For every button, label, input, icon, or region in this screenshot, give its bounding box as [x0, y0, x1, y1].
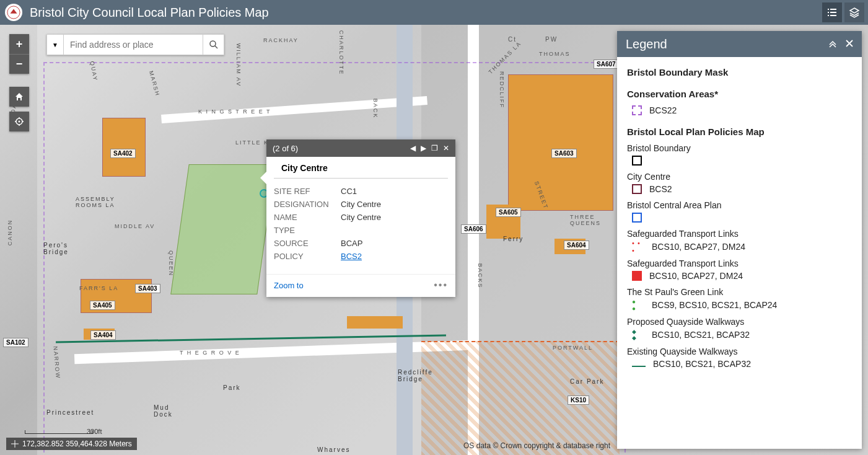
scale-label: 300ft: [87, 428, 102, 435]
legend-symbol: [632, 213, 642, 223]
legend-item-label: Proposed Quayside Walkways: [627, 317, 852, 327]
policy-link[interactable]: BCS2: [341, 252, 362, 261]
home-extent-button[interactable]: [9, 87, 29, 107]
site-label[interactable]: SA102: [3, 338, 28, 347]
popup-actions-button[interactable]: •••: [434, 280, 448, 291]
site-label[interactable]: SA405: [90, 301, 115, 310]
legend-group-title: Bristol Local Plan Policies Map: [627, 126, 852, 137]
popup-maximize-button[interactable]: ❐: [431, 144, 438, 152]
place-label: Car Park: [570, 378, 604, 385]
field-value: City Centre: [341, 213, 448, 222]
popup-title: City Centre: [274, 157, 448, 179]
legend-symbol: [632, 241, 644, 252]
bristol-logo: [5, 4, 22, 21]
legend-symbol: [632, 271, 642, 281]
field-key: SITE REF: [274, 187, 341, 196]
zoom-in-button[interactable]: +: [9, 34, 29, 54]
place-label: Ferry: [503, 236, 524, 242]
field-value: [341, 226, 448, 235]
locate-icon: [14, 117, 24, 126]
legend-title: Legend: [626, 37, 667, 51]
search-submit-button[interactable]: [203, 34, 224, 55]
street-name: QUEEN: [168, 250, 174, 276]
site-label[interactable]: SA607: [594, 60, 619, 69]
legend-toggle-button[interactable]: [822, 2, 842, 22]
place-label: Ct: [508, 36, 517, 43]
app-header: Bristol City Council Local Plan Policies…: [0, 0, 868, 25]
legend-collapse-button[interactable]: [828, 40, 837, 48]
legend-symbol: [632, 329, 644, 340]
zoom-out-button[interactable]: −: [9, 54, 29, 74]
street-name: THOMAS: [539, 51, 571, 57]
close-icon: [846, 40, 853, 47]
popup-zoom-to-link[interactable]: Zoom to: [274, 281, 304, 290]
legend-item-text: BCS2: [649, 184, 672, 194]
popup-close-button[interactable]: ✕: [443, 144, 449, 152]
crosshair-icon: [11, 440, 19, 448]
legend-item-label: Safeguarded Transport Links: [627, 258, 852, 268]
search-source-dropdown[interactable]: ▼: [46, 34, 64, 55]
svg-point-3: [210, 41, 216, 46]
site-label[interactable]: SA606: [461, 224, 486, 234]
legend-symbol: [632, 184, 642, 194]
legend-symbol: [632, 299, 644, 311]
legend-panel: Legend Bristol Boundary Mask Conservatio…: [617, 31, 862, 449]
site-label[interactable]: SA603: [551, 149, 577, 158]
legend-item-text: BCS22: [649, 105, 677, 115]
legend-item-label: Existing Quayside Walkways: [627, 347, 852, 356]
street-name: PORTWALL: [553, 345, 593, 351]
place-label: Pero's Bridge: [43, 242, 69, 255]
popup-prev-button[interactable]: ◀: [410, 144, 416, 152]
street-name: CANON: [7, 219, 13, 246]
street-name: MIDDLE AV: [115, 223, 155, 229]
site-label[interactable]: SA605: [496, 208, 521, 217]
legend-symbol: [632, 366, 646, 367]
field-value: City Centre: [341, 200, 448, 209]
popup-next-button[interactable]: ▶: [421, 144, 426, 152]
home-icon: [14, 92, 24, 102]
legend-item-text: BCS9, BCS10, BCS21, BCAP24: [652, 300, 777, 310]
legend-symbol: [632, 156, 642, 166]
field-key: SOURCE: [274, 239, 341, 248]
field-value: BCAP: [341, 239, 448, 248]
map-attribution: OS data © Crown copyright & database rig…: [463, 441, 610, 450]
locate-button[interactable]: [9, 112, 29, 131]
place-label: Princestreet: [46, 409, 94, 416]
street-name: FARR'S LA: [79, 285, 118, 291]
field-key: NAME: [274, 213, 341, 222]
chevron-up-double-icon: [828, 40, 837, 48]
site-label[interactable]: SA403: [135, 284, 160, 293]
street-name: THREE QUEENS: [570, 214, 601, 226]
list-icon: [826, 7, 838, 18]
page-title: Bristol City Council Local Plan Policies…: [30, 6, 269, 20]
search-input[interactable]: [64, 34, 203, 55]
site-label[interactable]: KS10: [568, 395, 589, 405]
legend-group-title: Conservation Areas*: [627, 89, 852, 99]
legend-item-text: BCS10, BCAP27, DM24: [649, 271, 743, 281]
place-label: Mud Dock: [154, 404, 173, 418]
coordinate-display[interactable]: 172,382.852 359,464.928 Meters: [6, 438, 137, 450]
legend-symbol: [632, 105, 642, 115]
layers-toggle-button[interactable]: [844, 2, 864, 22]
legend-item-label: Safeguarded Transport Links: [627, 229, 852, 239]
scale-bar: 300ft: [25, 430, 93, 434]
street-name: WILLIAM AV: [235, 43, 242, 87]
street-name: RACKHAY: [263, 37, 299, 43]
field-key: DESIGNATION: [274, 200, 341, 209]
field-key: POLICY: [274, 252, 341, 261]
street-name: BACK: [372, 99, 379, 119]
search-widget: ▼: [46, 34, 224, 55]
site-label[interactable]: SA404: [90, 330, 116, 340]
site-label[interactable]: SA402: [110, 149, 136, 158]
legend-item-text: BCS10, BCAP27, DM24: [652, 242, 745, 252]
place-label: PW: [545, 36, 558, 43]
site-label[interactable]: SA604: [564, 241, 589, 250]
street-name: REDCLIFF: [499, 71, 505, 108]
legend-item-text: BCS10, BCS21, BCAP32: [652, 330, 750, 340]
legend-close-button[interactable]: [846, 40, 853, 48]
layers-icon: [849, 7, 860, 18]
street-name: BACKS: [477, 263, 483, 289]
place-label: Park: [223, 384, 241, 391]
place-label: ASSEMBLY ROOMS LA: [76, 196, 115, 208]
legend-item-text: BCS10, BCS21, BCAP32: [653, 359, 751, 369]
